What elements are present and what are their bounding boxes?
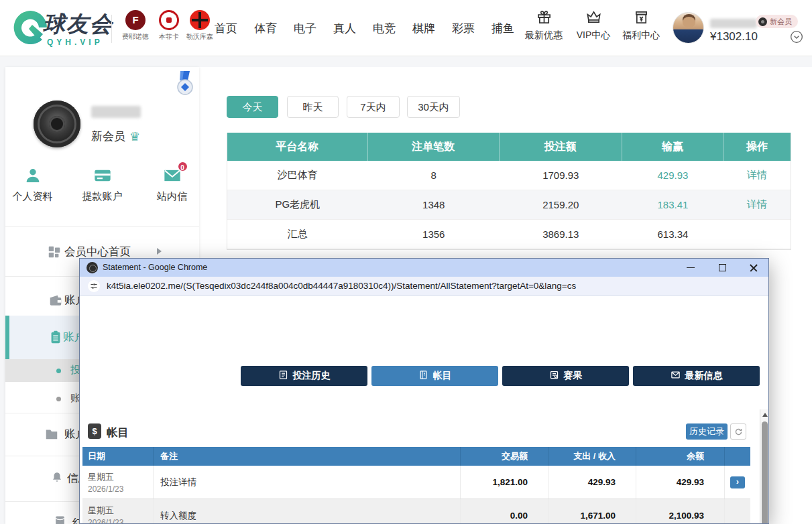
sponsor-leverkusen: 勒沃库森 <box>182 10 217 42</box>
wallet-icon <box>48 293 63 308</box>
statement-popup-window: Statement - Google Chrome k4t5ia.ele0202… <box>79 258 769 524</box>
table-header-row: 平台名称 注单笔数 投注额 输赢 操作 <box>227 133 791 161</box>
col-balance: 余额 <box>636 447 725 466</box>
leverkusen-logo-icon <box>190 10 210 30</box>
divider <box>5 226 199 227</box>
user-icon <box>23 176 42 187</box>
scroll-up-arrow-icon[interactable] <box>760 409 769 420</box>
tab-latest-news[interactable]: 最新信息 <box>633 366 760 386</box>
tab-bet-history[interactable]: 投注历史 <box>241 366 367 386</box>
col-date: 日期 <box>82 447 154 466</box>
username-blurred <box>91 106 141 118</box>
top-bar: 球友会 QYH.VIP F 费耶诺德 本菲卡 勒沃库森 首页 体育 电子 真人 … <box>0 0 812 56</box>
nav-slots[interactable]: 电子 <box>294 21 316 36</box>
nav-sports[interactable]: 体育 <box>254 21 277 36</box>
document-list-icon <box>278 370 288 382</box>
ledger-book-icon <box>418 370 428 382</box>
mail-icon <box>163 176 182 187</box>
filter-30days-button[interactable]: 30天内 <box>407 96 460 118</box>
window-title-bar[interactable]: Statement - Google Chrome <box>80 259 768 277</box>
statement-row: 星期五 2026/1/23 投注详情 1,821.00 429.93 429.9… <box>82 466 750 499</box>
bullet-icon <box>56 369 61 373</box>
bank-card-icon <box>93 176 112 187</box>
close-button[interactable] <box>740 259 767 277</box>
col-action: 操作 <box>723 133 791 161</box>
refresh-button[interactable] <box>730 423 746 440</box>
nav-lottery[interactable]: 彩票 <box>452 21 475 36</box>
gift-icon <box>536 15 552 27</box>
arrow-right-icon <box>157 248 162 255</box>
col-note: 备注 <box>154 447 461 466</box>
minimize-icon <box>687 267 695 269</box>
user-emblem-avatar[interactable] <box>34 101 80 147</box>
nav-esports[interactable]: 电竞 <box>373 21 396 36</box>
detail-link[interactable]: 详情 <box>747 198 767 211</box>
close-icon <box>750 264 758 272</box>
statement-header-row: 日期 备注 交易额 支出 / 收入 余额 <box>82 447 750 466</box>
red-packet-icon <box>54 515 66 524</box>
withdraw-account-link[interactable]: 提款账户 <box>76 166 129 203</box>
filter-7days-button[interactable]: 7天内 <box>347 96 400 118</box>
member-level: 新会员 ♛ <box>91 129 140 144</box>
divider <box>111 15 112 43</box>
nav-fishing[interactable]: 捕鱼 <box>491 21 514 36</box>
folder-icon <box>44 427 59 442</box>
quick-links: 个人资料 提款账户 0 站内信 <box>5 166 199 203</box>
results-list-icon <box>549 370 559 382</box>
section-title: 帐目 <box>107 425 129 440</box>
main-nav: 首页 体育 电子 真人 电竞 棋牌 彩票 捕鱼 <box>215 0 514 56</box>
popup-scrollbar[interactable] <box>760 409 769 523</box>
brand-domain: QYH.VIP <box>47 38 103 47</box>
table-row: 沙巴体育 8 1709.93 429.93 详情 <box>227 161 791 190</box>
chevron-down-icon[interactable] <box>790 30 803 44</box>
url-text[interactable]: k4t5ia.ele0202.me/(S(Tesqedix03dc244f8a0… <box>107 281 576 291</box>
filter-yesterday-button[interactable]: 昨天 <box>287 96 339 118</box>
col-inout: 支出 / 收入 <box>548 447 636 466</box>
col-platform: 平台名称 <box>227 133 368 161</box>
sponsor-feyenoord: F 费耶诺德 <box>118 10 153 42</box>
inbox-link[interactable]: 0 站内信 <box>146 166 199 203</box>
nav-home[interactable]: 首页 <box>215 21 237 36</box>
site-settings-icon[interactable] <box>88 280 100 292</box>
bullet-icon <box>56 397 61 401</box>
envelope-icon <box>671 370 681 382</box>
popup-body: 投注历史 帐目 赛果 最新信息 $ 帐目 历史记录 日期 <box>80 296 768 523</box>
clipboard-icon <box>48 330 63 344</box>
col-winloss: 输赢 <box>622 133 724 161</box>
row-detail-arrow-button[interactable]: › <box>730 476 745 488</box>
scrollbar-thumb[interactable] <box>762 421 768 524</box>
platform-summary-table: 平台名称 注单笔数 投注额 输赢 操作 沙巴体育 8 1709.93 429.9… <box>227 133 791 250</box>
tab-statement[interactable]: 帐目 <box>371 366 498 386</box>
minimize-button[interactable] <box>677 259 704 277</box>
filter-today-button[interactable]: 今天 <box>227 96 278 118</box>
welfare-center-button[interactable]: 福利中心 <box>618 9 664 42</box>
bell-icon <box>51 471 63 484</box>
col-amount: 交易额 <box>461 447 548 466</box>
nav-live[interactable]: 真人 <box>333 21 356 36</box>
profile-link[interactable]: 个人资料 <box>6 166 60 203</box>
benfica-logo-icon <box>159 10 179 30</box>
history-records-button[interactable]: 历史记录 <box>686 423 728 440</box>
nav-poker[interactable]: 棋牌 <box>412 21 435 36</box>
table-row-total: 汇总 1356 3869.13 613.34 <box>227 220 791 249</box>
vip-medal-icon <box>174 71 196 98</box>
maximize-button[interactable] <box>709 259 736 277</box>
address-bar[interactable]: k4t5ia.ele0202.me/(S(Tesqedix03dc244f8a0… <box>80 277 768 296</box>
user-avatar[interactable] <box>673 12 704 44</box>
statement-book-icon: $ <box>88 423 101 439</box>
feyenoord-logo-icon: F <box>125 10 146 30</box>
vip-center-button[interactable]: VIP中心 <box>570 9 617 42</box>
balance-amount: ¥1302.10 <box>710 30 758 44</box>
col-bet-amount: 投注额 <box>500 133 622 161</box>
promos-button[interactable]: 最新优惠 <box>520 9 567 42</box>
unread-count-badge: 0 <box>177 161 188 172</box>
detail-link[interactable]: 详情 <box>747 169 767 182</box>
tab-results[interactable]: 赛果 <box>502 366 629 386</box>
table-row: PG老虎机 1348 2159.20 183.41 详情 <box>227 190 791 220</box>
page: 球友会 QYH.VIP F 费耶诺德 本菲卡 勒沃库森 首页 体育 电子 真人 … <box>0 0 812 524</box>
username-blurred <box>710 19 757 28</box>
maximize-icon <box>719 264 726 271</box>
level-medal-icon <box>758 17 767 26</box>
brand-name: 球友会 <box>43 9 113 40</box>
site-favicon-icon <box>86 262 98 273</box>
